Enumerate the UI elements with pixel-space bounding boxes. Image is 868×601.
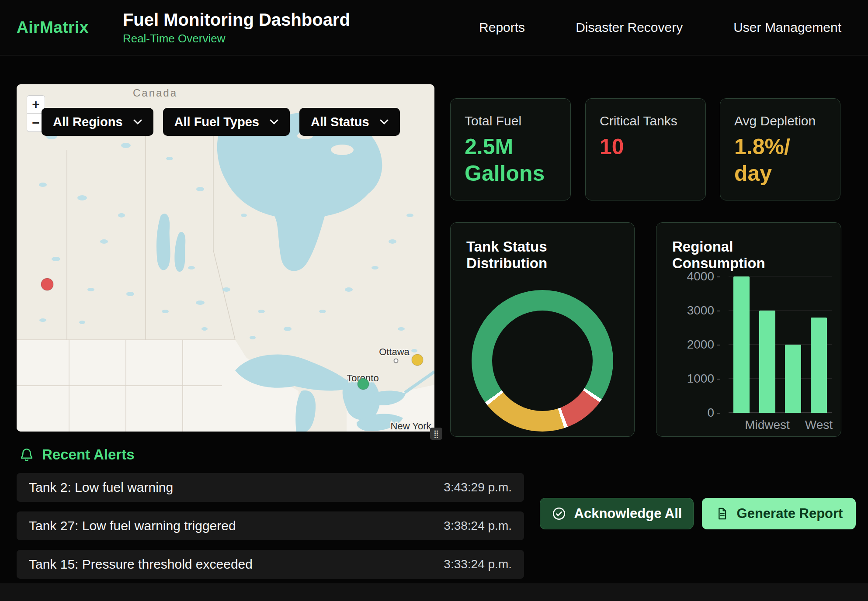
y-axis-tick: 1000 — [670, 372, 714, 386]
y-axis-tick: 3000 — [670, 304, 714, 318]
alert-message: Tank 27: Low fuel warning triggered — [29, 518, 236, 533]
donut-hole — [492, 311, 593, 411]
stat-label: Total Fuel — [465, 114, 556, 128]
stat-value-0: 2.5M Gallons — [465, 134, 556, 187]
stat-value-1: 10 — [600, 134, 691, 160]
nav-disaster-recovery[interactable]: Disaster Recovery — [576, 20, 683, 35]
y-axis-tick: 0 — [670, 406, 714, 420]
donut-chart-title: Tank Status Distribution — [466, 238, 618, 272]
alert-time: 3:33:24 p.m. — [444, 557, 512, 571]
status-filter-value: All Status — [311, 115, 369, 129]
map-label-canada: Canada — [133, 87, 177, 99]
stat-label: Avg Depletion — [734, 114, 826, 128]
bar-northeast — [733, 276, 750, 413]
bell-icon — [19, 447, 34, 463]
tank-status-distribution-card: Tank Status Distribution — [450, 222, 635, 437]
alert-message: Tank 2: Low fuel warning — [29, 480, 173, 495]
x-axis-label: Midwest — [745, 418, 790, 432]
brand-logo: AirMatrix — [17, 18, 89, 37]
bar-south — [785, 345, 801, 413]
bar-midwest — [759, 311, 775, 413]
acknowledge-all-label: Acknowledge All — [574, 506, 682, 522]
alert-time: 3:43:29 p.m. — [444, 480, 512, 494]
alert-row[interactable]: Tank 27: Low fuel warning triggered 3:38… — [17, 511, 524, 540]
stat-card-critical-tanks: Critical Tanks 10 — [585, 98, 706, 200]
generate-report-label: Generate Report — [737, 506, 843, 522]
page-title: Fuel Monitoring Dashboard — [123, 10, 350, 30]
region-filter-dropdown[interactable]: All Regions — [42, 108, 153, 136]
alert-row[interactable]: Tank 15: Pressure threshold exceeded 3:3… — [17, 550, 524, 579]
y-axis-tick: 2000 — [670, 338, 714, 352]
generate-report-button[interactable]: Generate Report — [702, 498, 856, 529]
main-nav: Reports Disaster Recovery User Managemen… — [479, 20, 841, 35]
map-city-dot-ottawa — [394, 359, 398, 363]
alert-message: Tank 15: Pressure threshold exceeded — [29, 557, 253, 572]
nav-user-management[interactable]: User Management — [733, 20, 841, 35]
bar-west — [811, 318, 827, 413]
alert-time: 3:38:24 p.m. — [444, 519, 512, 533]
footer-bar — [0, 584, 868, 601]
regional-consumption-card: Regional Consumption 01000200030004000 M… — [656, 222, 841, 437]
donut-chart — [472, 290, 613, 432]
stat-label: Critical Tanks — [600, 114, 691, 128]
fuel-type-filter-dropdown[interactable]: All Fuel Types — [163, 108, 290, 136]
map-label-ottawa: Ottawa — [379, 346, 410, 357]
map-island — [331, 145, 354, 155]
fuel-type-filter-value: All Fuel Types — [174, 115, 259, 129]
map-canvas[interactable]: Canada Ottawa Toronto New York — [17, 84, 434, 432]
check-circle-icon — [552, 506, 566, 521]
recent-alerts-heading: Recent Alerts — [19, 446, 135, 463]
map-marker-critical[interactable] — [41, 278, 53, 290]
bar-plot — [729, 276, 832, 413]
map-label-new-york: New York — [391, 421, 432, 432]
bar-chart-title: Regional Consumption — [672, 238, 825, 272]
dashboard-page: AirMatrix Fuel Monitoring Dashboard Real… — [0, 0, 868, 601]
map-marker-normal[interactable] — [358, 378, 369, 390]
page-subtitle: Real-Time Overview — [123, 32, 350, 45]
alert-row[interactable]: Tank 2: Low fuel warning 3:43:29 p.m. — [17, 473, 524, 502]
fuel-map[interactable]: Canada Ottawa Toronto New York + − All R… — [17, 84, 434, 432]
chevron-down-icon — [270, 119, 278, 125]
map-drag-handle[interactable]: ⣿ — [430, 428, 442, 440]
stat-card-avg-depletion: Avg Depletion 1.8%/ day — [720, 98, 840, 200]
document-icon — [715, 507, 729, 521]
chevron-down-icon — [133, 119, 142, 125]
alerts-title: Recent Alerts — [42, 446, 135, 463]
y-axis-tick: 4000 — [670, 269, 714, 283]
title-block: Fuel Monitoring Dashboard Real-Time Over… — [123, 10, 350, 45]
x-axis-label: West — [805, 418, 833, 432]
nav-reports[interactable]: Reports — [479, 20, 525, 35]
acknowledge-all-button[interactable]: Acknowledge All — [540, 498, 694, 529]
y-axis: 01000200030004000 — [670, 276, 721, 413]
stat-card-total-fuel: Total Fuel 2.5M Gallons — [450, 98, 571, 200]
status-filter-dropdown[interactable]: All Status — [299, 108, 400, 136]
stat-value-2: 1.8%/ day — [734, 134, 826, 187]
map-marker-warning[interactable] — [412, 354, 423, 366]
header: AirMatrix Fuel Monitoring Dashboard Real… — [0, 0, 868, 55]
chevron-down-icon — [380, 119, 389, 125]
x-axis: MidwestWest — [729, 418, 832, 435]
map-filters: All Regions All Fuel Types All Status — [42, 108, 400, 136]
region-filter-value: All Regions — [53, 115, 123, 129]
